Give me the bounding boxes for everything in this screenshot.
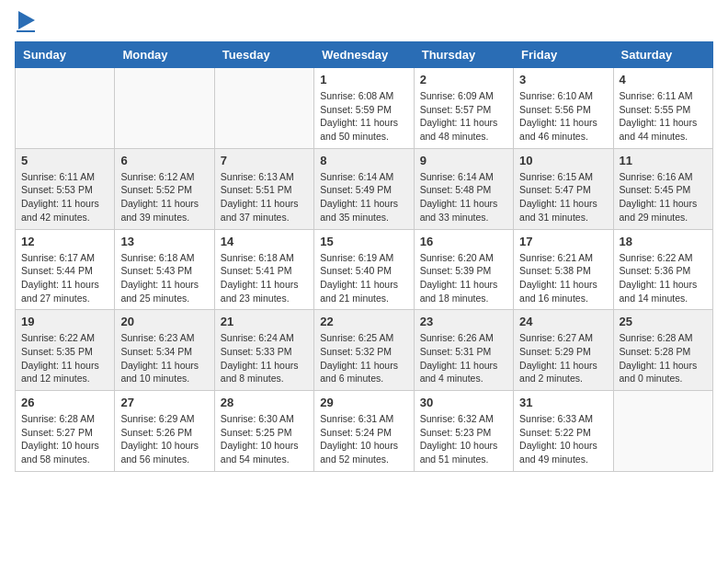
page-header: [15, 15, 713, 32]
day-info: Sunrise: 6:22 AMSunset: 5:35 PMDaylight:…: [21, 331, 108, 385]
calendar-week-row: 19Sunrise: 6:22 AMSunset: 5:35 PMDayligh…: [16, 310, 713, 391]
calendar-empty-cell: [613, 391, 712, 472]
calendar-week-row: 26Sunrise: 6:28 AMSunset: 5:27 PMDayligh…: [16, 391, 713, 472]
calendar-day-8: 8Sunrise: 6:14 AMSunset: 5:49 PMDaylight…: [314, 148, 414, 229]
day-info: Sunrise: 6:15 AMSunset: 5:47 PMDaylight:…: [519, 170, 607, 224]
day-number: 30: [420, 396, 507, 409]
day-number: 2: [420, 73, 507, 86]
calendar-day-27: 27Sunrise: 6:29 AMSunset: 5:26 PMDayligh…: [115, 391, 214, 472]
day-number: 12: [21, 235, 108, 248]
logo: [15, 15, 35, 32]
day-info: Sunrise: 6:14 AMSunset: 5:49 PMDaylight:…: [320, 170, 407, 224]
day-number: 14: [221, 235, 308, 248]
calendar-day-20: 20Sunrise: 6:23 AMSunset: 5:34 PMDayligh…: [115, 310, 214, 391]
calendar-day-24: 24Sunrise: 6:27 AMSunset: 5:29 PMDayligh…: [514, 310, 613, 391]
day-number: 5: [21, 154, 108, 167]
calendar-day-1: 1Sunrise: 6:08 AMSunset: 5:59 PMDaylight…: [314, 68, 414, 149]
day-number: 10: [519, 154, 607, 167]
day-info: Sunrise: 6:19 AMSunset: 5:40 PMDaylight:…: [320, 251, 407, 305]
logo-arrow-icon: [18, 11, 35, 29]
day-info: Sunrise: 6:20 AMSunset: 5:39 PMDaylight:…: [420, 251, 507, 305]
calendar-day-31: 31Sunrise: 6:33 AMSunset: 5:22 PMDayligh…: [514, 391, 613, 472]
day-number: 29: [320, 396, 407, 409]
day-info: Sunrise: 6:24 AMSunset: 5:33 PMDaylight:…: [221, 331, 308, 385]
calendar-day-29: 29Sunrise: 6:31 AMSunset: 5:24 PMDayligh…: [314, 391, 414, 472]
day-info: Sunrise: 6:28 AMSunset: 5:27 PMDaylight:…: [21, 412, 108, 466]
calendar-day-3: 3Sunrise: 6:10 AMSunset: 5:56 PMDaylight…: [514, 68, 613, 149]
calendar-empty-cell: [214, 68, 313, 149]
calendar-day-7: 7Sunrise: 6:13 AMSunset: 5:51 PMDaylight…: [214, 148, 313, 229]
calendar-day-9: 9Sunrise: 6:14 AMSunset: 5:48 PMDaylight…: [414, 148, 513, 229]
calendar-day-14: 14Sunrise: 6:18 AMSunset: 5:41 PMDayligh…: [214, 229, 313, 310]
day-info: Sunrise: 6:23 AMSunset: 5:34 PMDaylight:…: [120, 331, 208, 385]
calendar-day-15: 15Sunrise: 6:19 AMSunset: 5:40 PMDayligh…: [314, 229, 414, 310]
day-info: Sunrise: 6:26 AMSunset: 5:31 PMDaylight:…: [420, 331, 507, 385]
column-header-tuesday: Tuesday: [214, 42, 313, 68]
day-number: 7: [221, 154, 308, 167]
day-number: 16: [420, 235, 507, 248]
day-info: Sunrise: 6:10 AMSunset: 5:56 PMDaylight:…: [519, 89, 607, 144]
day-number: 1: [320, 73, 407, 86]
calendar-day-12: 12Sunrise: 6:17 AMSunset: 5:44 PMDayligh…: [16, 229, 115, 310]
day-info: Sunrise: 6:12 AMSunset: 5:52 PMDaylight:…: [120, 170, 208, 224]
column-header-saturday: Saturday: [613, 42, 712, 68]
calendar-day-21: 21Sunrise: 6:24 AMSunset: 5:33 PMDayligh…: [214, 310, 313, 391]
day-info: Sunrise: 6:13 AMSunset: 5:51 PMDaylight:…: [221, 170, 308, 224]
day-info: Sunrise: 6:30 AMSunset: 5:25 PMDaylight:…: [221, 412, 308, 466]
calendar-day-25: 25Sunrise: 6:28 AMSunset: 5:28 PMDayligh…: [613, 310, 712, 391]
calendar-day-16: 16Sunrise: 6:20 AMSunset: 5:39 PMDayligh…: [414, 229, 513, 310]
day-info: Sunrise: 6:28 AMSunset: 5:28 PMDaylight:…: [620, 331, 707, 385]
calendar-empty-cell: [16, 68, 115, 149]
day-info: Sunrise: 6:09 AMSunset: 5:57 PMDaylight:…: [420, 89, 507, 144]
day-number: 13: [120, 235, 208, 248]
day-number: 9: [420, 154, 507, 167]
day-info: Sunrise: 6:16 AMSunset: 5:45 PMDaylight:…: [620, 170, 707, 224]
day-number: 8: [320, 154, 407, 167]
calendar-day-13: 13Sunrise: 6:18 AMSunset: 5:43 PMDayligh…: [115, 229, 214, 310]
day-number: 26: [21, 396, 108, 409]
calendar-day-19: 19Sunrise: 6:22 AMSunset: 5:35 PMDayligh…: [16, 310, 115, 391]
day-number: 28: [221, 396, 308, 409]
column-header-wednesday: Wednesday: [314, 42, 414, 68]
calendar-day-22: 22Sunrise: 6:25 AMSunset: 5:32 PMDayligh…: [314, 310, 414, 391]
day-number: 20: [120, 315, 208, 328]
column-header-monday: Monday: [115, 42, 214, 68]
day-info: Sunrise: 6:17 AMSunset: 5:44 PMDaylight:…: [21, 251, 108, 305]
day-number: 22: [320, 315, 407, 328]
calendar-day-10: 10Sunrise: 6:15 AMSunset: 5:47 PMDayligh…: [514, 148, 613, 229]
day-info: Sunrise: 6:08 AMSunset: 5:59 PMDaylight:…: [320, 89, 407, 144]
calendar-table: SundayMondayTuesdayWednesdayThursdayFrid…: [15, 41, 713, 472]
day-number: 31: [519, 396, 607, 409]
calendar-day-11: 11Sunrise: 6:16 AMSunset: 5:45 PMDayligh…: [613, 148, 712, 229]
calendar-week-row: 5Sunrise: 6:11 AMSunset: 5:53 PMDaylight…: [16, 148, 713, 229]
column-header-sunday: Sunday: [16, 42, 115, 68]
day-info: Sunrise: 6:22 AMSunset: 5:36 PMDaylight:…: [620, 251, 707, 305]
calendar-day-2: 2Sunrise: 6:09 AMSunset: 5:57 PMDaylight…: [414, 68, 513, 149]
calendar-day-4: 4Sunrise: 6:11 AMSunset: 5:55 PMDaylight…: [613, 68, 712, 149]
calendar-day-28: 28Sunrise: 6:30 AMSunset: 5:25 PMDayligh…: [214, 391, 313, 472]
day-number: 23: [420, 315, 507, 328]
day-info: Sunrise: 6:27 AMSunset: 5:29 PMDaylight:…: [519, 331, 607, 385]
calendar-day-30: 30Sunrise: 6:32 AMSunset: 5:23 PMDayligh…: [414, 391, 513, 472]
day-number: 19: [21, 315, 108, 328]
day-number: 6: [120, 154, 208, 167]
column-header-thursday: Thursday: [414, 42, 513, 68]
day-number: 21: [221, 315, 308, 328]
calendar-day-17: 17Sunrise: 6:21 AMSunset: 5:38 PMDayligh…: [514, 229, 613, 310]
day-info: Sunrise: 6:21 AMSunset: 5:38 PMDaylight:…: [519, 251, 607, 305]
day-number: 27: [120, 396, 208, 409]
calendar-empty-cell: [115, 68, 214, 149]
day-number: 11: [620, 154, 707, 167]
calendar-week-row: 12Sunrise: 6:17 AMSunset: 5:44 PMDayligh…: [16, 229, 713, 310]
day-info: Sunrise: 6:11 AMSunset: 5:55 PMDaylight:…: [620, 89, 707, 144]
day-info: Sunrise: 6:29 AMSunset: 5:26 PMDaylight:…: [120, 412, 208, 466]
day-number: 15: [320, 235, 407, 248]
day-number: 24: [519, 315, 607, 328]
day-info: Sunrise: 6:14 AMSunset: 5:48 PMDaylight:…: [420, 170, 507, 224]
column-header-friday: Friday: [514, 42, 613, 68]
day-number: 3: [519, 73, 607, 86]
day-info: Sunrise: 6:33 AMSunset: 5:22 PMDaylight:…: [519, 412, 607, 466]
calendar-day-18: 18Sunrise: 6:22 AMSunset: 5:36 PMDayligh…: [613, 229, 712, 310]
calendar-week-row: 1Sunrise: 6:08 AMSunset: 5:59 PMDaylight…: [16, 68, 713, 149]
day-info: Sunrise: 6:11 AMSunset: 5:53 PMDaylight:…: [21, 170, 108, 224]
